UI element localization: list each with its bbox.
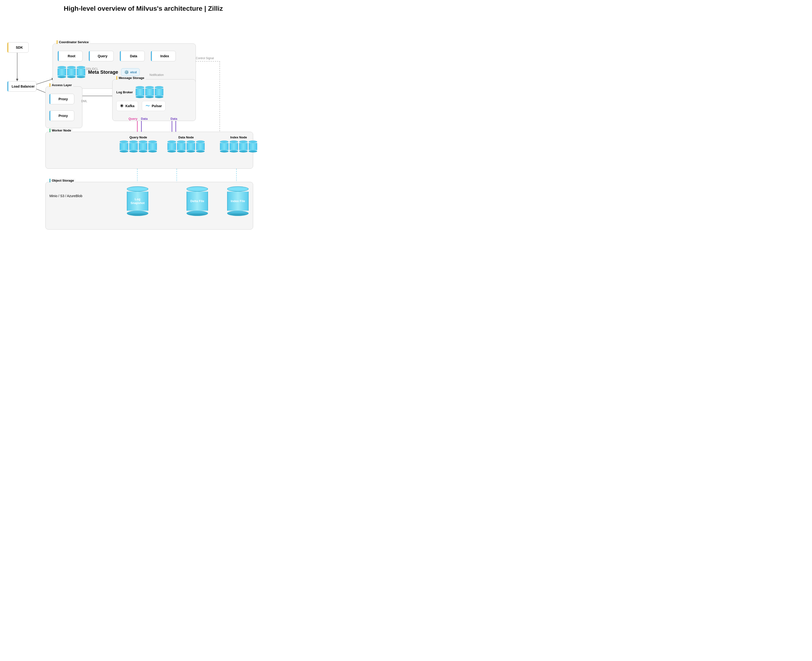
log-snapshot-cyl: Log Snapshot: [127, 186, 148, 216]
data-arrow-label2: Data: [171, 117, 177, 120]
proxy2-label: Proxy: [59, 114, 68, 118]
coordinator-label: Coordinator Service: [57, 40, 90, 44]
etcd-badge: ⚙️ etcd: [121, 68, 140, 76]
object-storage-section: Object Storage Minio / S3 / AzureBlob Lo…: [45, 182, 253, 230]
index-file-label: Index File: [231, 199, 245, 203]
root-label: Root: [68, 54, 75, 58]
sdk-label: SDK: [16, 46, 23, 49]
query-node-dbs: [120, 141, 157, 152]
pulsar-icon: 〜: [146, 103, 150, 109]
data-node-dbs: [167, 141, 205, 152]
minio-label: Minio / S3 / AzureBlob: [50, 194, 82, 198]
query-coord-box: Query: [89, 51, 114, 61]
delta-file-cyl: Delta File: [187, 186, 208, 216]
notification-label: Notification: [149, 73, 163, 77]
kafka-label: Kafka: [125, 104, 135, 108]
svg-marker-1: [16, 79, 18, 81]
proxy2-box: Proxy: [49, 110, 74, 121]
ddl-dcl-label: DDL/DCL: [86, 67, 98, 71]
index-file-cyl: Index File: [227, 186, 248, 216]
etcd-label: etcd: [130, 70, 137, 74]
dml-label: DML: [81, 99, 87, 103]
object-storage-label: Object Storage: [50, 179, 75, 182]
delta-file-group: Delta File: [187, 186, 208, 216]
proxy1-label: Proxy: [59, 97, 68, 101]
kafka-icon: ✳: [120, 103, 123, 109]
etcd-icon: ⚙️: [124, 70, 129, 75]
load-balancer-label: Load Balancer: [12, 85, 35, 88]
data-node-label: Data Node: [167, 136, 205, 139]
index-coord-box: Index: [151, 51, 176, 61]
root-box: Root: [58, 51, 83, 61]
page-title: High-level overview of Milvus's architec…: [5, 5, 282, 13]
access-layer-section: Access Layer Proxy Proxy: [45, 86, 82, 128]
query-coord-label: Query: [98, 54, 107, 58]
kafka-pulsar-row: ✳ Kafka 〜 Pulsar: [116, 101, 165, 111]
access-layer-label: Access Layer: [50, 83, 73, 87]
diagram: SDK Load Balancer Coordinator Service Ro…: [5, 19, 282, 239]
query-arrow-label: Query: [128, 117, 138, 120]
message-storage-section: Message Storage Log Broker ✳ Kafka 〜 Pul…: [112, 79, 196, 121]
message-storage-label: Message Storage: [116, 76, 146, 80]
index-file-group: Index File: [227, 186, 248, 216]
sdk-box: SDK: [7, 42, 29, 53]
index-node-dbs: [220, 141, 257, 152]
data-arrow-label1: Data: [141, 117, 147, 120]
query-node-label: Query Node: [120, 136, 157, 139]
load-balancer-box: Load Balancer: [7, 81, 36, 92]
log-broker-row: Log Broker: [116, 86, 163, 98]
meta-db-icons: [58, 66, 85, 78]
index-coord-label: Index: [160, 54, 169, 58]
data-coord-box: Data: [120, 51, 145, 61]
log-snapshot-group: Log Snapshot: [127, 186, 148, 216]
log-broker-label: Log Broker: [116, 91, 133, 94]
delta-file-label: Delta File: [191, 199, 204, 203]
log-broker-icons: [136, 86, 163, 98]
query-node-group: Query Node: [120, 136, 157, 152]
control-signal-label: Control Signal: [196, 57, 214, 60]
data-coord-label: Data: [130, 54, 137, 58]
pulsar-label: Pulsar: [152, 104, 162, 108]
data-node-group: Data Node: [167, 136, 205, 152]
index-node-label: Index Node: [220, 136, 257, 139]
proxy1-box: Proxy: [49, 94, 74, 104]
log-snapshot-label: Log Snapshot: [127, 197, 148, 205]
index-node-group: Index Node: [220, 136, 257, 152]
worker-node-label: Worker Node: [50, 129, 73, 132]
pulsar-box: 〜 Pulsar: [142, 101, 165, 111]
kafka-box: ✳ Kafka: [116, 101, 138, 111]
worker-node-section: Worker Node Query Node Data Node Index: [45, 132, 253, 169]
